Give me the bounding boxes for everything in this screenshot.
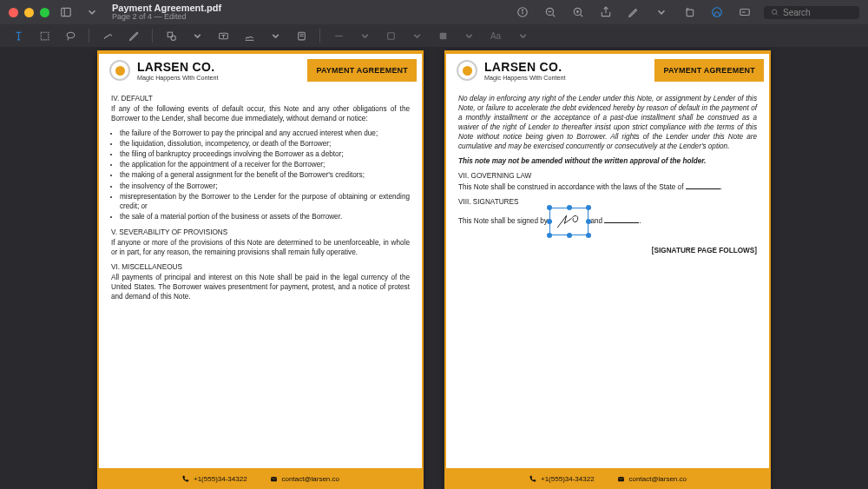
page-3: LARSEN CO. Magic Happens With Content PA… <box>444 50 771 489</box>
search-icon <box>771 8 779 17</box>
note-tool[interactable] <box>292 27 311 44</box>
zoom-in-icon[interactable] <box>569 3 587 22</box>
section-8-post: . <box>639 217 641 225</box>
footer-email-text: contact@larsen.co <box>629 475 687 483</box>
rect-select-tool[interactable] <box>35 27 54 44</box>
minimize-window-button[interactable] <box>24 8 34 17</box>
fill-color-tool[interactable] <box>433 27 452 44</box>
list-item: the filing of bankruptcy proceedings inv… <box>120 149 410 159</box>
svg-point-22 <box>170 35 174 39</box>
fill-chevron-down-icon[interactable] <box>459 27 478 44</box>
state-blank <box>686 188 720 189</box>
page-body: No delay in enforcing any right of the L… <box>446 87 769 468</box>
footer-phone-text: +1(555)34-34322 <box>194 475 247 483</box>
font-chevron-down-icon[interactable] <box>513 27 532 44</box>
page-header: LARSEN CO. Magic Happens With Content PA… <box>99 54 422 87</box>
search-input[interactable] <box>783 8 852 17</box>
lasso-tool[interactable] <box>61 27 80 44</box>
markup-pencil-icon[interactable] <box>625 3 642 22</box>
svg-rect-32 <box>618 476 624 480</box>
chevron-down-icon[interactable] <box>82 3 102 22</box>
font-tool[interactable]: Aa <box>485 27 506 44</box>
mail-icon <box>617 475 625 483</box>
signature-page-follows: [SIGNATURE PAGE FOLLOWS] <box>458 246 757 255</box>
company-logo <box>109 60 130 81</box>
stroke-color-tool[interactable] <box>381 27 400 44</box>
header-badge: PAYMENT AGREEMENT <box>307 59 417 82</box>
svg-point-4 <box>523 10 523 10</box>
page-header: LARSEN CO. Magic Happens With Content PA… <box>446 54 769 87</box>
annotate-icon[interactable] <box>708 3 726 22</box>
company-tagline: Magic Happens With Content <box>137 74 300 82</box>
footer-phone: +1(555)34-34322 <box>181 475 247 483</box>
header-badge: PAYMENT AGREEMENT <box>654 59 764 82</box>
text-selection-tool[interactable] <box>9 27 28 44</box>
phone-icon <box>181 475 189 483</box>
info-icon[interactable] <box>514 3 531 22</box>
list-item: the sale of a material portion of the bu… <box>120 212 410 221</box>
section-6-title: VI. MISCELLANEOUS <box>111 262 410 272</box>
section-8-title: VIII. SIGNATURES <box>458 197 757 207</box>
border-chevron-down-icon[interactable] <box>355 27 374 44</box>
list-item: the failure of the Borrower to pay the p… <box>120 129 410 138</box>
section-4-intro: If any of the following events of defaul… <box>111 104 410 123</box>
company-name: LARSEN CO. <box>484 60 648 74</box>
markup-chevron-down-icon[interactable] <box>653 3 670 22</box>
svg-rect-0 <box>62 8 71 16</box>
section-4-bullets: the failure of the Borrower to pay the p… <box>120 129 410 221</box>
section-5-body: If anyone or more of the provisions of t… <box>111 238 410 257</box>
section-7-title: VII. GOVERNING LAW <box>458 171 757 181</box>
list-item: misrepresentation by the Borrower to the… <box>120 192 410 211</box>
rotate-icon[interactable] <box>681 3 698 22</box>
list-item: the making of a general assignment for t… <box>120 170 410 180</box>
form-icon[interactable] <box>736 3 753 22</box>
page-body: IV. DEFAULT If any of the following even… <box>99 87 422 468</box>
svg-rect-31 <box>271 476 277 480</box>
list-item: the application for the appointment of a… <box>120 160 410 169</box>
svg-line-6 <box>552 14 555 17</box>
titlebar: Payment Agreement.pdf Page 2 of 4 — Edit… <box>0 0 868 24</box>
maximize-window-button[interactable] <box>40 8 49 17</box>
section-8-pre: This Note shall be signed by <box>458 217 549 225</box>
list-item: the liquidation, dissolution, incompeten… <box>120 139 410 149</box>
svg-line-9 <box>580 14 582 17</box>
footer-email: contact@larsen.co <box>270 475 339 483</box>
share-icon[interactable] <box>597 3 615 22</box>
page-2: LARSEN CO. Magic Happens With Content PA… <box>97 50 424 489</box>
title-block: Payment Agreement.pdf Page 2 of 4 — Edit… <box>112 3 221 22</box>
window-controls <box>9 8 49 17</box>
sketch-tool[interactable] <box>98 27 117 44</box>
draw-tool[interactable] <box>124 27 143 44</box>
section-4-title: IV. DEFAULT <box>111 94 410 103</box>
zoom-out-icon[interactable] <box>542 3 559 22</box>
shapes-chevron-down-icon[interactable] <box>187 27 207 44</box>
section-7-body-pre: This Note shall be construed in accordan… <box>458 183 686 191</box>
signature-glyph <box>555 211 584 232</box>
misc-italic-paragraph: No delay in enforcing any right of the L… <box>458 94 757 151</box>
section-5-title: V. SEVERABILITY OF PROVISIONS <box>111 228 410 237</box>
section-8-mid: and <box>590 217 604 225</box>
second-signer-blank <box>604 222 639 223</box>
svg-point-17 <box>773 10 777 14</box>
sign-tool[interactable] <box>240 27 259 44</box>
text-tool[interactable] <box>214 27 233 44</box>
page-footer: +1(555)34-34322 contact@larsen.co <box>99 468 422 489</box>
list-item: the insolvency of the Borrower; <box>120 182 410 191</box>
shapes-tool[interactable] <box>161 27 181 44</box>
amend-line: This note may not be amended without the… <box>458 156 757 166</box>
stroke-chevron-down-icon[interactable] <box>407 27 426 44</box>
company-tagline: Magic Happens With Content <box>484 74 648 82</box>
document-viewport[interactable]: LARSEN CO. Magic Happens With Content PA… <box>0 47 868 489</box>
footer-phone: +1(555)34-34322 <box>529 475 595 483</box>
sidebar-toggle-icon[interactable] <box>56 3 76 22</box>
footer-phone-text: +1(555)34-34322 <box>541 475 595 483</box>
search-box[interactable] <box>764 6 859 19</box>
svg-rect-29 <box>387 32 394 39</box>
svg-rect-19 <box>41 32 49 40</box>
border-style-tool[interactable] <box>329 27 348 44</box>
signature-annotation[interactable] <box>549 208 589 235</box>
svg-line-18 <box>776 14 778 16</box>
close-window-button[interactable] <box>9 8 18 17</box>
sign-chevron-down-icon[interactable] <box>266 27 285 44</box>
company-name: LARSEN CO. <box>137 60 300 74</box>
